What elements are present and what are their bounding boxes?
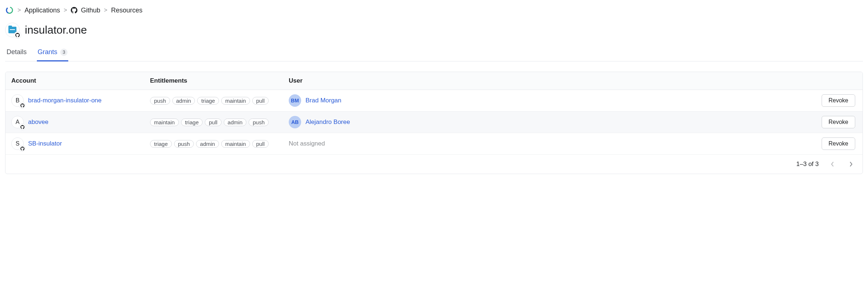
account-avatar: B (11, 94, 24, 107)
entitlement-tags: maintaintriagepulladminpush (150, 118, 277, 126)
pagination: 1–3 of 3 (5, 154, 863, 174)
entitlements-cell: pushadmintriagemaintainpull (144, 93, 283, 109)
chevron-right-icon: > (104, 7, 107, 14)
entitlement-tag: maintain (221, 140, 250, 148)
user-avatar: AB (289, 116, 301, 128)
tabs: Details Grants 3 (5, 45, 863, 61)
table-row: SSB-insulatortriagepushadminmaintainpull… (5, 133, 863, 154)
entitlement-tag: triage (181, 118, 203, 126)
page-title: insulator.one (25, 24, 87, 36)
entitlement-tag: push (249, 118, 269, 126)
revoke-button[interactable]: Revoke (822, 116, 855, 128)
tab-details-label: Details (7, 48, 27, 56)
account-cell: Aabovee (5, 112, 144, 133)
action-cell: Revoke (811, 133, 863, 154)
pagination-label: 1–3 of 3 (796, 161, 819, 168)
grants-table: Account Entitlements User Bbrad-morgan-i… (5, 72, 863, 174)
th-entitlements: Entitlements (144, 72, 283, 90)
account-avatar: S (11, 137, 24, 150)
chevron-left-icon (831, 161, 834, 167)
github-badge-icon (14, 31, 21, 39)
user-cell: ABAlejandro Boree (283, 112, 811, 133)
entitlement-tag: maintain (221, 97, 250, 105)
action-cell: Revoke (811, 112, 863, 133)
table-row: Bbrad-morgan-insulator-onepushadmintriag… (5, 90, 863, 112)
entitlement-tag: pull (205, 118, 221, 126)
account-link[interactable]: SB-insulator (28, 140, 62, 147)
account-link[interactable]: abovee (28, 118, 49, 126)
th-account: Account (5, 72, 144, 90)
entitlement-tag: admin (224, 118, 247, 126)
tab-grants-label: Grants (38, 48, 57, 56)
breadcrumb-applications[interactable]: Applications (24, 7, 60, 14)
table-row: AaboveemaintaintriagepulladminpushABAlej… (5, 112, 863, 133)
chevron-right-icon: > (64, 7, 67, 14)
tab-grants-count: 3 (60, 49, 68, 56)
entitlement-tag: triage (197, 97, 219, 105)
entitlement-tag: push (174, 140, 194, 148)
user-link[interactable]: Brad Morgan (306, 97, 341, 104)
entitlement-tags: triagepushadminmaintainpull (150, 140, 277, 148)
account-link[interactable]: brad-morgan-insulator-one (28, 97, 101, 104)
github-icon (71, 7, 77, 14)
entitlements-cell: maintaintriagepulladminpush (144, 114, 283, 131)
th-actions (811, 76, 863, 86)
breadcrumb-resources[interactable]: Resources (111, 7, 142, 14)
github-badge-icon (19, 145, 26, 152)
resource-icon-wrap (5, 23, 20, 37)
entitlement-tag: maintain (150, 118, 179, 126)
account-cell: Bbrad-morgan-insulator-one (5, 90, 144, 111)
user-avatar: BM (289, 94, 301, 107)
github-badge-icon (19, 124, 26, 130)
th-user: User (283, 72, 811, 90)
tab-details[interactable]: Details (6, 45, 27, 61)
breadcrumb: > Applications > Github > Resources (5, 4, 863, 21)
tab-grants[interactable]: Grants 3 (37, 45, 68, 61)
entitlements-cell: triagepushadminmaintainpull (144, 136, 283, 152)
entitlement-tag: admin (172, 97, 195, 105)
user-not-assigned: Not assigned (289, 140, 325, 147)
entitlement-tag: admin (196, 140, 219, 148)
breadcrumb-github[interactable]: Github (81, 7, 100, 14)
user-link[interactable]: Alejandro Boree (306, 118, 350, 126)
chevron-right-icon: > (18, 7, 21, 14)
table-header: Account Entitlements User (5, 72, 863, 90)
entitlement-tag: push (150, 97, 170, 105)
entitlement-tag: triage (150, 140, 172, 148)
entitlement-tags: pushadmintriagemaintainpull (150, 97, 277, 105)
revoke-button[interactable]: Revoke (822, 137, 855, 150)
user-cell: BMBrad Morgan (283, 90, 811, 111)
table-body: Bbrad-morgan-insulator-onepushadmintriag… (5, 90, 863, 154)
pagination-next[interactable] (846, 160, 855, 169)
action-cell: Revoke (811, 90, 863, 111)
chevron-right-icon (849, 161, 853, 167)
page-title-row: insulator.one (5, 21, 863, 45)
github-badge-icon (19, 102, 26, 109)
brand-logo-icon (5, 6, 14, 15)
revoke-button[interactable]: Revoke (822, 94, 855, 107)
account-avatar: A (11, 116, 24, 128)
user-cell: Not assigned (283, 136, 811, 152)
entitlement-tag: pull (252, 140, 269, 148)
pagination-prev[interactable] (828, 160, 837, 169)
entitlement-tag: pull (252, 97, 269, 105)
account-cell: SSB-insulator (5, 133, 144, 154)
